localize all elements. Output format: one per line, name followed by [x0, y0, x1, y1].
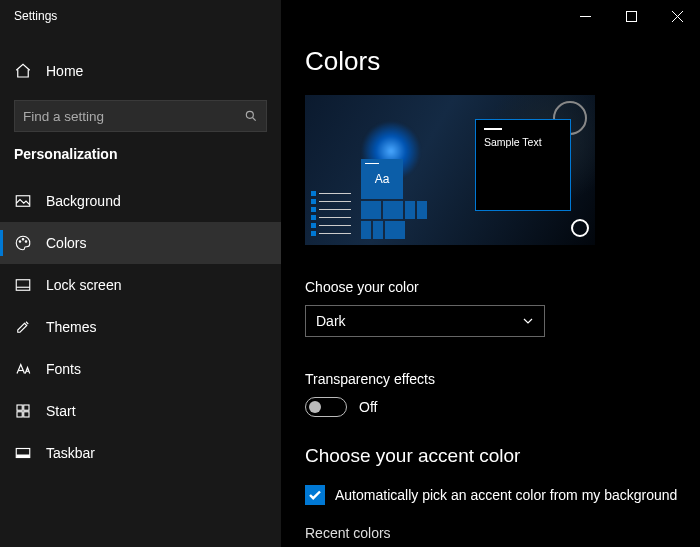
start-icon: [14, 402, 32, 420]
svg-point-2: [19, 241, 21, 243]
accent-heading: Choose your accent color: [305, 445, 700, 467]
chevron-down-icon: [522, 315, 534, 327]
auto-accent-label: Automatically pick an accent color from …: [335, 487, 677, 503]
check-icon: [308, 488, 322, 502]
preview-tile-aa: Aa: [361, 159, 403, 199]
close-button[interactable]: [654, 0, 700, 32]
nav-item-themes[interactable]: Themes: [0, 306, 281, 348]
content-pane: Colors Aa: [281, 0, 700, 547]
nav-item-label: Colors: [46, 235, 86, 251]
search-box[interactable]: [14, 100, 267, 132]
nav-item-label: Taskbar: [46, 445, 95, 461]
minimize-button[interactable]: [562, 0, 608, 32]
nav-item-label: Start: [46, 403, 76, 419]
category-heading: Personalization: [0, 146, 281, 162]
theme-preview: Aa Sample Text: [305, 95, 595, 245]
color-mode-value: Dark: [316, 313, 346, 329]
svg-rect-5: [16, 280, 30, 291]
maximize-button[interactable]: [608, 0, 654, 32]
nav-item-fonts[interactable]: Fonts: [0, 348, 281, 390]
svg-rect-9: [24, 412, 29, 417]
sidebar: Settings Home Personalization Background…: [0, 0, 281, 547]
color-mode-label: Choose your color: [305, 279, 700, 295]
nav-item-taskbar[interactable]: Taskbar: [0, 432, 281, 474]
preview-window: Sample Text: [475, 119, 571, 211]
nav-item-start[interactable]: Start: [0, 390, 281, 432]
svg-point-3: [22, 239, 24, 241]
window-title: Settings: [0, 0, 281, 32]
preview-sample-text: Sample Text: [484, 136, 562, 148]
page-title: Colors: [305, 46, 700, 77]
svg-point-0: [246, 111, 253, 118]
nav-item-label: Fonts: [46, 361, 81, 377]
transparency-label: Transparency effects: [305, 371, 700, 387]
search-input[interactable]: [23, 109, 244, 124]
nav-item-colors[interactable]: Colors: [0, 222, 281, 264]
auto-accent-checkbox[interactable]: [305, 485, 325, 505]
taskbar-icon: [14, 444, 32, 462]
window-controls: [562, 0, 700, 32]
nav-item-label: Lock screen: [46, 277, 121, 293]
window-title-text: Settings: [14, 9, 57, 23]
nav-item-lock-screen[interactable]: Lock screen: [0, 264, 281, 306]
svg-rect-12: [626, 11, 636, 21]
search-icon: [244, 109, 258, 123]
transparency-toggle[interactable]: [305, 397, 347, 417]
svg-rect-6: [17, 405, 22, 410]
lockscreen-icon: [14, 276, 32, 294]
picture-icon: [14, 192, 32, 210]
nav-home-label: Home: [46, 63, 83, 79]
nav-item-label: Themes: [46, 319, 97, 335]
palette-icon: [14, 234, 32, 252]
cortana-icon: [571, 219, 589, 237]
recent-colors-label: Recent colors: [305, 525, 700, 541]
preview-tiles: Aa: [361, 159, 441, 239]
color-mode-select[interactable]: Dark: [305, 305, 545, 337]
brush-icon: [14, 318, 32, 336]
svg-point-4: [25, 241, 27, 243]
preview-startlist: [311, 191, 351, 239]
nav-list: Background Colors Lock screen Themes Fon…: [0, 180, 281, 474]
svg-rect-11: [16, 455, 30, 458]
fonts-icon: [14, 360, 32, 378]
transparency-state: Off: [359, 399, 377, 415]
nav-item-label: Background: [46, 193, 121, 209]
nav-item-background[interactable]: Background: [0, 180, 281, 222]
nav-home[interactable]: Home: [0, 50, 281, 92]
home-icon: [14, 62, 32, 80]
svg-rect-7: [24, 405, 29, 410]
svg-rect-8: [17, 412, 22, 417]
